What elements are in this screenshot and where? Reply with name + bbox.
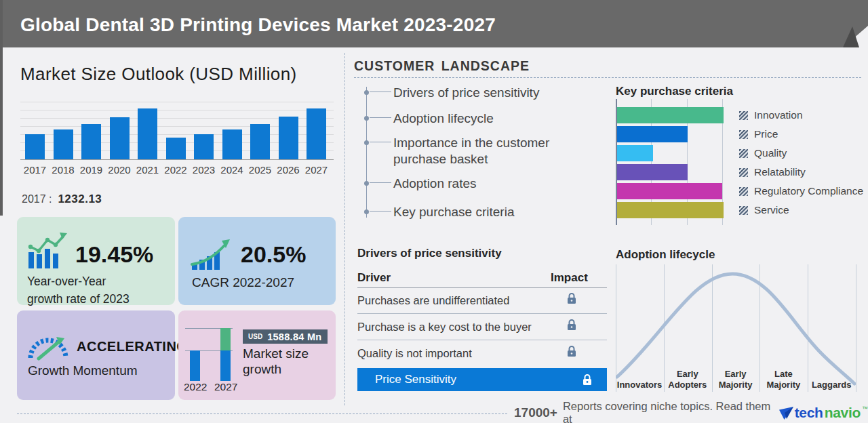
- legend-item: Quality: [739, 148, 787, 159]
- legend-item: Price: [739, 129, 778, 140]
- anchor-year: 2017 :: [22, 193, 52, 205]
- technavio-arrow-icon: [779, 407, 793, 420]
- mini-bar-2022: [190, 350, 200, 381]
- market-bar-2020: [110, 117, 130, 159]
- year-tick: 2026: [277, 164, 299, 176]
- mini-year-2022: 2022: [184, 381, 207, 393]
- chart-gridline: [20, 110, 334, 110]
- customer-landscape-title: CUSTOMER LANDSCAPE: [354, 58, 530, 74]
- legend-swatch-icon: [739, 149, 748, 158]
- lifecycle-stage-label: Innovators: [615, 367, 664, 390]
- left-edge-decoration: [0, 0, 3, 216]
- market-bar-2023: [194, 134, 214, 159]
- yoy-growth-label: Year-over-Year growth rate of 2023: [27, 273, 130, 308]
- market-bar-2025: [250, 124, 270, 159]
- legend-item: Service: [739, 205, 789, 216]
- header-bar: Global Dental 3D Printing Devices Market…: [0, 0, 868, 47]
- yoy-growth-card: 19.45% Year-over-Year growth rate of 202…: [17, 217, 175, 305]
- growth-momentum-card: ACCELERATING Growth Momentum: [17, 310, 175, 400]
- landscape-item: Adoption lifecycle: [393, 110, 494, 127]
- market-bar-2019: [81, 124, 101, 159]
- criteria-bar: [617, 107, 724, 123]
- market-bar-2022: [166, 138, 186, 159]
- logo-tech: tech: [795, 405, 823, 421]
- market-bar-2027: [307, 108, 326, 159]
- lock-icon: [567, 292, 576, 304]
- mini-year-2027: 2027: [214, 381, 237, 393]
- footer: 17000+ Reports covering niche topics. Re…: [514, 405, 868, 421]
- market-size-bar-chart: 2017201820192020202120222023202420252026…: [20, 95, 334, 159]
- speedometer-icon: [25, 327, 70, 365]
- legend-label: Regulatory Compliance: [754, 185, 863, 197]
- market-outlook-title: Market Size Outlook (USD Million): [20, 64, 297, 85]
- market-bar-2026: [279, 117, 298, 159]
- infographic-page: Global Dental 3D Printing Devices Market…: [0, 0, 868, 423]
- table-header-separator: [357, 287, 607, 288]
- driver-row: Quality is not important: [357, 347, 472, 360]
- cagr-card: 20.5% CAGR 2022-2027: [178, 217, 336, 305]
- badge-value: 1588.84 Mn: [267, 331, 321, 342]
- row-separator: [357, 340, 607, 340]
- criteria-bar: [617, 202, 724, 218]
- landscape-node-dot: [364, 90, 369, 95]
- legend-swatch-icon: [739, 168, 748, 177]
- landscape-item: Importance in the customer purchase bask…: [393, 135, 605, 167]
- year-tick: 2018: [52, 164, 74, 176]
- legend-item: Innovation: [739, 110, 803, 121]
- growth-arrow-icon: [191, 237, 233, 270]
- page-fold-decoration: [835, 0, 868, 47]
- technavio-logo[interactable]: technavio ™: [779, 405, 868, 421]
- legend-item: Regulatory Compliance: [739, 186, 863, 197]
- year-tick: 2019: [80, 164, 102, 176]
- landscape-tree-line: [366, 87, 367, 218]
- landscape-item: Drivers of price sensitivity: [393, 85, 539, 101]
- lifecycle-stage-label: Early Adopters: [663, 367, 712, 390]
- logo-trademark: ™: [862, 405, 868, 412]
- legend-label: Service: [754, 204, 789, 216]
- chart-gridline: [20, 102, 334, 102]
- lock-icon: [567, 345, 576, 357]
- footer-dashed-line: [17, 414, 507, 414]
- landscape-node-dot: [364, 209, 369, 214]
- landscape-connector: [370, 92, 391, 92]
- market-size-growth-card: 2022 2027 USD 1588.84 Mn Market size gro…: [178, 310, 336, 400]
- mini-bar-2027-growth: [220, 328, 231, 350]
- market-bar-2021: [138, 108, 157, 159]
- year-tick: 2023: [193, 164, 215, 176]
- lock-icon: [567, 319, 576, 331]
- vertical-dashed-divider: [344, 53, 345, 405]
- lifecycle-stage-label: Laggards: [807, 367, 856, 390]
- chart-anchor-value: 2017 : 1232.13: [22, 193, 102, 206]
- year-tick: 2027: [305, 164, 328, 176]
- lock-icon: [583, 374, 592, 386]
- column-header-impact: Impact: [551, 271, 588, 285]
- market-bar-2017: [25, 134, 45, 159]
- driver-row: Purchase is a key cost to the buyer: [357, 321, 532, 334]
- bar-trend-icon: [26, 232, 70, 268]
- column-header-driver: Driver: [357, 271, 391, 285]
- landscape-item: Adoption rates: [393, 176, 477, 192]
- legend-label: Quality: [754, 147, 787, 159]
- price-sensitivity-title: Drivers of price sensitivity: [357, 247, 502, 260]
- footer-text: Reports covering niche topics. Read them…: [563, 400, 774, 423]
- report-count: 17000+: [514, 405, 557, 420]
- usd-value-badge: USD 1588.84 Mn: [243, 329, 328, 344]
- market-bar-2018: [54, 129, 73, 159]
- badge-currency: USD: [248, 333, 262, 340]
- legend-swatch-icon: [739, 206, 748, 215]
- price-sensitivity-highlight-bar: Price Sensitivity: [357, 368, 607, 391]
- momentum-label: Growth Momentum: [28, 362, 138, 380]
- key-purchase-criteria-title: Key purchase criteria: [616, 85, 733, 98]
- cagr-value: 20.5%: [241, 241, 306, 268]
- legend-label: Innovation: [754, 109, 803, 121]
- criteria-bar: [617, 164, 688, 180]
- driver-row: Purchases are undifferentiated: [357, 294, 509, 307]
- criteria-bar: [617, 183, 722, 199]
- landscape-node-dot: [364, 116, 369, 121]
- market-bar-2024: [222, 129, 242, 159]
- landscape-node-dot: [364, 140, 369, 145]
- criteria-bar: [617, 145, 653, 161]
- cagr-label: CAGR 2022-2027: [192, 274, 294, 291]
- landscape-connector: [370, 182, 391, 183]
- page-title: Global Dental 3D Printing Devices Market…: [20, 0, 496, 47]
